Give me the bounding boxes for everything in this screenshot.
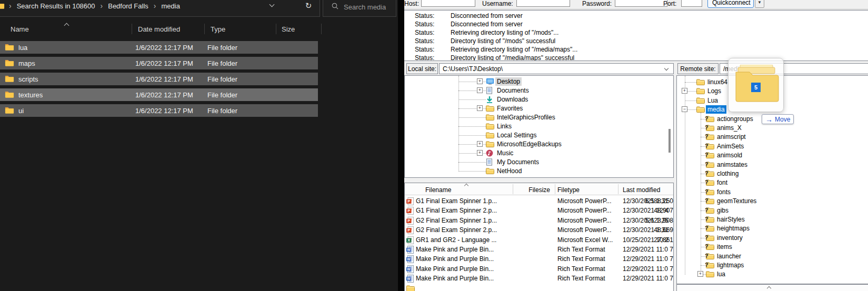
search-box[interactable] — [323, 0, 396, 17]
status-message: Disconnected from server — [451, 12, 523, 19]
svg-text:W: W — [407, 257, 411, 261]
music-icon — [486, 149, 493, 158]
tree-item-label: IntelGraphicsProfiles — [495, 113, 557, 122]
file-name: G2 Final Exam Spinner 1.p... — [416, 217, 497, 224]
column-header-name[interactable]: Name — [11, 25, 29, 33]
file-row[interactable]: PG1 Final Exam Spinner 1.p...6,588,250Mi… — [405, 197, 673, 206]
file-row[interactable] — [405, 285, 673, 291]
row-date: 1/6/2022 12:17 PM — [135, 107, 193, 115]
file-row[interactable]: WMake Pink and Purple Bin...7Rich Text F… — [405, 265, 673, 274]
tree-item-label: animstates — [715, 160, 749, 169]
move-tooltip: → Move — [762, 114, 794, 124]
explorer-row-maps[interactable]: maps1/6/2022 12:17 PMFile folder — [0, 57, 318, 69]
folder-icon — [486, 114, 494, 122]
header-filesize[interactable]: Filesize — [503, 186, 550, 194]
file-row[interactable]: PG1 Final Exam Spinner 2.p...48,907Micro… — [405, 207, 673, 216]
folder-icon — [486, 105, 494, 113]
sort-ascending-icon — [767, 286, 771, 290]
folder-icon — [486, 167, 494, 176]
quickconnect-button[interactable]: Quickconnect — [707, 0, 754, 8]
status-message: Retrieving directory listing of "/mods".… — [451, 29, 558, 36]
tree-item-label: Local Settings — [495, 131, 538, 139]
status-message: Disconnected from server — [451, 21, 523, 28]
folder-q-icon: ? — [706, 262, 714, 270]
file-row[interactable]: PG2 Final Exam Spinner 2.p...48,669Micro… — [405, 226, 673, 235]
xls-icon: X — [406, 236, 414, 244]
folder-q-icon: ? — [706, 243, 714, 252]
header-lastmodified[interactable]: Last modified — [623, 186, 660, 194]
explorer-row-scripts[interactable]: scripts1/6/2022 12:17 PMFile folder — [0, 73, 318, 85]
quickconnect-dropdown-icon[interactable]: ▼ — [755, 0, 764, 8]
file-row[interactable]: WMake Pink and Purple Bin...7Rich Text F… — [405, 255, 673, 264]
refresh-icon[interactable]: ↻ — [303, 0, 314, 12]
host-input[interactable] — [421, 0, 475, 7]
breadcrumb-item[interactable]: Bedford Falls — [105, 1, 152, 11]
column-header-row: Name Date modified Type Size — [0, 22, 398, 36]
file-row[interactable]: WMake Pink and Purple Bin...7Rich Text F… — [405, 275, 673, 284]
file-name: Make Pink and Purple Bin... — [416, 275, 494, 282]
explorer-row-textures[interactable]: textures1/6/2022 12:17 PMFile folder — [0, 88, 318, 101]
folder-icon — [486, 123, 494, 131]
expand-icon[interactable]: + — [477, 150, 483, 156]
folder-icon — [486, 132, 494, 140]
toolbar-separator — [404, 9, 868, 9]
tree-item-label: geomTextures — [715, 197, 758, 205]
header-filetype[interactable]: Filetype — [557, 186, 580, 194]
address-bar[interactable]: ›Search Results in 108600›Bedford Falls›… — [0, 0, 320, 17]
address-dropdown-icon[interactable] — [270, 2, 275, 7]
expand-icon[interactable]: + — [477, 141, 483, 147]
file-type: Microsoft Excel W... — [557, 236, 613, 244]
tree-item-label: NetHood — [495, 167, 523, 175]
row-date: 1/6/2022 12:17 PM — [135, 75, 193, 83]
row-type: File folder — [207, 75, 237, 83]
file-modified: 12/30/2021 1:31 — [623, 226, 669, 234]
folder-q-icon: ? — [706, 179, 714, 187]
collapse-icon[interactable]: − — [682, 106, 687, 112]
folder-icon — [696, 106, 705, 114]
breadcrumb-item[interactable]: Search Results in 108600 — [14, 1, 98, 11]
tree-item-label: My Documents — [495, 158, 541, 166]
file-type: Microsoft PowerP... — [557, 207, 611, 214]
breadcrumb-item[interactable]: media — [158, 1, 183, 11]
folder-icon — [486, 141, 494, 149]
tree-item-label: Links — [495, 122, 513, 131]
expand-icon[interactable]: + — [477, 87, 483, 93]
file-modified: 12/29/2021 11:0 — [623, 265, 668, 273]
column-header-size[interactable]: Size — [282, 25, 295, 33]
local-file-list: Filename Filesize Filetype Last modified… — [404, 183, 674, 291]
tree-item-label: Favorites — [495, 104, 524, 113]
remote-site-label: Remote site: — [677, 63, 719, 74]
expand-icon[interactable]: + — [477, 78, 483, 84]
folder-q-icon: ? — [706, 170, 714, 178]
expand-icon[interactable]: + — [682, 88, 687, 94]
expand-icon[interactable]: + — [697, 271, 703, 277]
header-filename[interactable]: Filename — [425, 186, 451, 194]
tree-item-label: AnimSets — [715, 142, 745, 150]
local-site-combo[interactable]: C:\Users\TJ\Desktop\ — [439, 63, 674, 74]
row-type: File folder — [207, 107, 237, 115]
file-name: Make Pink and Purple Bin... — [416, 255, 494, 263]
explorer-row-lua[interactable]: lua1/6/2022 12:17 PMFile folder — [0, 41, 318, 54]
status-message: Directory listing of "/media/maps" succe… — [451, 54, 574, 61]
file-row[interactable]: XGR1 and GR2 - Language ...27,861Microso… — [405, 236, 673, 245]
explorer-row-ui[interactable]: ui1/6/2022 12:17 PMFile folder — [0, 104, 318, 117]
expand-icon[interactable]: + — [477, 105, 483, 111]
username-input[interactable] — [516, 0, 570, 7]
folder-dark-icon — [5, 59, 14, 68]
file-row[interactable]: WMake Pink and Purple Bin...7Rich Text F… — [405, 246, 673, 255]
search-input[interactable] — [344, 3, 396, 11]
folder-q-icon: ? — [706, 161, 714, 169]
port-input[interactable] — [681, 0, 702, 7]
local-tree-scrollbar-thumb[interactable] — [669, 129, 671, 153]
file-name: G1 Final Exam Spinner 1.p... — [416, 197, 497, 205]
folder-dark-icon — [5, 91, 14, 100]
file-row[interactable]: PG2 Final Exam Spinner 1.p...5,623,908Mi… — [405, 217, 673, 226]
rtf-icon: W — [406, 246, 414, 254]
local-site-dropdown-icon[interactable] — [664, 66, 669, 71]
column-header-date[interactable]: Date modified — [138, 25, 180, 33]
column-header-type[interactable]: Type — [211, 25, 225, 33]
folder-icon — [696, 78, 705, 87]
password-input[interactable] — [615, 0, 667, 7]
status-message: Directory listing of "/mods" successful — [451, 37, 555, 45]
tree-item-label: fonts — [715, 188, 732, 196]
